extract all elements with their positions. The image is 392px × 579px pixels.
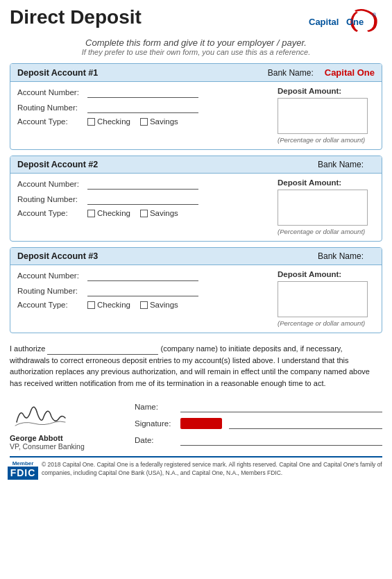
account-3-fields-left: Account Number: Routing Number: Account … (17, 270, 271, 327)
auth-text-before: I authorize (10, 344, 45, 353)
account-1-type-row: Account Type: Checking Savings (17, 117, 271, 126)
sig-image (10, 394, 72, 433)
subtitle-section: Complete this form and give it to your e… (10, 37, 382, 56)
account-2-savings-text: Savings (150, 209, 178, 217)
account-2-fields-right: Deposit Amount: (Percentage or dollar am… (278, 178, 375, 235)
date-field-line (180, 435, 382, 446)
signature-field-line (229, 418, 382, 429)
account-2-deposit-label: Deposit Amount: (278, 178, 341, 187)
account-1-deposit-box (278, 98, 368, 134)
account-2-number-input[interactable] (87, 178, 198, 190)
account-2-fields-left: Account Number: Routing Number: Account … (17, 178, 271, 235)
svg-text:Capital: Capital (309, 17, 339, 27)
authorization-section: I authorize (company name) to initiate d… (10, 343, 382, 389)
account-3-savings-text: Savings (150, 301, 178, 309)
account-3-routing-row: Routing Number: (17, 285, 271, 296)
account-3-number-row: Account Number: (17, 270, 271, 281)
sig-signature-row: Signature: (135, 418, 382, 429)
account-1-savings-text: Savings (150, 117, 178, 126)
account-3-type-row: Account Type: Checking Savings (17, 301, 271, 309)
account-3-checking-label[interactable]: Checking (87, 301, 130, 309)
signature-field-label: Signature: (135, 419, 176, 428)
account-3-routing-label: Routing Number: (17, 287, 83, 295)
account-3-number-label: Account Number: (17, 271, 83, 280)
account-1-number-row: Account Number: (17, 87, 271, 98)
subtitle-main: Complete this form and give it to your e… (10, 37, 382, 48)
svg-text:One: One (346, 17, 364, 27)
account-3-body: Account Number: Routing Number: Account … (10, 265, 382, 333)
account-2-deposit-box (278, 190, 368, 226)
page-footer: Member FDIC © 2018 Capital One. Capital … (10, 456, 382, 480)
fdic-box-text: FDIC (8, 467, 39, 480)
signature-section: George Abbott VP, Consumer Banking Name:… (10, 394, 382, 451)
account-1-bank-value: Capital One (325, 67, 375, 78)
page-header: Direct Deposit Capital One ® (10, 7, 382, 33)
name-field-label: Name: (135, 403, 176, 411)
account-3-checking-checkbox[interactable] (87, 301, 95, 309)
account-3-number-input[interactable] (87, 270, 198, 281)
account-1-body: Account Number: Routing Number: Account … (10, 82, 382, 149)
account-3-type-label: Account Type: (17, 301, 83, 309)
sig-left: George Abbott VP, Consumer Banking (10, 394, 121, 451)
account-1-bank-label: Bank Name: (268, 68, 314, 78)
account-card-2: Deposit Account #2 Bank Name: Account Nu… (10, 156, 382, 242)
account-card-3: Deposit Account #3 Bank Name: Account Nu… (10, 247, 382, 333)
account-2-body: Account Number: Routing Number: Account … (10, 174, 382, 241)
account-1-number-input[interactable] (87, 87, 198, 98)
account-1-savings-label[interactable]: Savings (140, 117, 178, 126)
account-3-deposit-box (278, 281, 368, 317)
account-2-routing-row: Routing Number: (17, 194, 271, 205)
account-2-routing-label: Routing Number: (17, 195, 83, 203)
account-1-checking-label[interactable]: Checking (87, 117, 130, 126)
page-title: Direct Deposit (10, 7, 142, 28)
account-1-routing-row: Routing Number: (17, 102, 271, 113)
account-2-type-label: Account Type: (17, 209, 83, 217)
account-3-bank-label: Bank Name: (318, 251, 364, 261)
account-1-checking-text: Checking (97, 117, 130, 126)
account-1-title: Deposit Account #1 (17, 68, 98, 78)
footer-disclaimer: © 2018 Capital One. Capital One is a fed… (42, 461, 382, 478)
account-2-savings-checkbox[interactable] (140, 210, 148, 217)
account-2-deposit-hint: (Percentage or dollar amount) (278, 228, 365, 235)
account-3-deposit-hint: (Percentage or dollar amount) (278, 319, 365, 327)
signature-image (180, 418, 222, 429)
account-2-checking-label[interactable]: Checking (87, 209, 130, 217)
account-1-deposit-label: Deposit Amount: (278, 87, 341, 95)
svg-text:®: ® (373, 12, 377, 17)
account-1-header: Deposit Account #1 Bank Name: Capital On… (10, 64, 382, 82)
account-3-title: Deposit Account #3 (17, 251, 98, 261)
account-3-routing-input[interactable] (87, 285, 198, 296)
account-1-savings-checkbox[interactable] (140, 118, 148, 126)
account-3-fields-right: Deposit Amount: (Percentage or dollar am… (278, 270, 375, 327)
account-2-header: Deposit Account #2 Bank Name: (10, 156, 382, 174)
account-2-checking-checkbox[interactable] (87, 210, 95, 217)
sig-name-row: Name: (135, 401, 382, 412)
account-3-checking-text: Checking (97, 301, 130, 309)
account-1-checking-checkbox[interactable] (87, 118, 95, 126)
fdic-member-text: Member (12, 461, 34, 467)
account-1-type-label: Account Type: (17, 117, 83, 126)
auth-company-line (47, 345, 158, 355)
account-2-checking-text: Checking (97, 209, 130, 217)
account-1-fields-right: Deposit Amount: (Percentage or dollar am… (278, 87, 375, 144)
account-2-savings-label[interactable]: Savings (140, 209, 178, 217)
account-3-deposit-label: Deposit Amount: (278, 270, 341, 278)
fdic-badge: Member FDIC (10, 461, 36, 480)
sig-date-row: Date: (135, 435, 382, 446)
account-3-header: Deposit Account #3 Bank Name: (10, 248, 382, 265)
account-1-number-label: Account Number: (17, 88, 83, 96)
account-3-savings-label[interactable]: Savings (140, 301, 178, 309)
signer-title: VP, Consumer Banking (10, 442, 85, 451)
account-3-savings-checkbox[interactable] (140, 301, 148, 309)
account-1-fields-left: Account Number: Routing Number: Account … (17, 87, 271, 144)
capital-one-logo: Capital One ® (306, 7, 382, 33)
name-field-line (180, 401, 382, 412)
subtitle-sub: If they prefer to use their own form, yo… (10, 48, 382, 56)
account-1-routing-input[interactable] (87, 102, 198, 113)
date-field-label: Date: (135, 436, 176, 444)
account-2-routing-input[interactable] (87, 194, 198, 205)
account-2-number-label: Account Number: (17, 180, 83, 188)
sig-right: Name: Signature: Date: (135, 394, 382, 446)
account-1-routing-label: Routing Number: (17, 103, 83, 112)
account-2-type-row: Account Type: Checking Savings (17, 209, 271, 217)
